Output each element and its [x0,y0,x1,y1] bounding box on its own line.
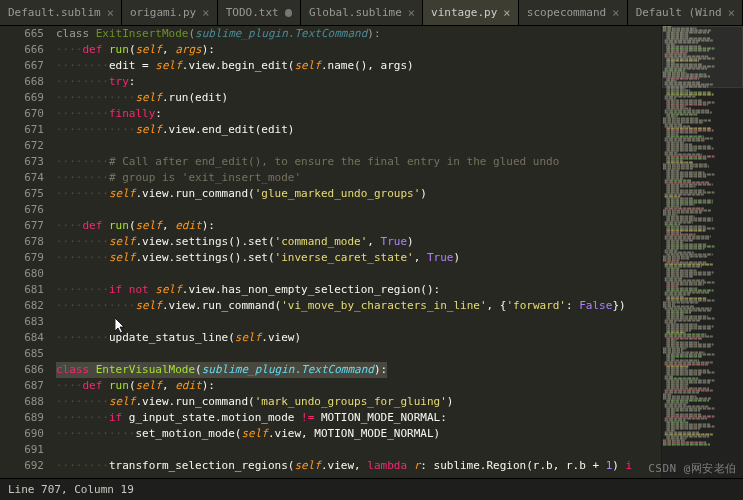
line-number: 679 [0,250,44,266]
tab-6[interactable]: Default (Wind× [628,0,743,25]
whitespace-indicator: ········ [56,235,109,248]
tab-3[interactable]: Global.sublime× [301,0,423,25]
tab-4[interactable]: vintage.py× [423,0,519,25]
line-number: 673 [0,154,44,170]
line-number: 668 [0,74,44,90]
code-line [56,346,661,362]
tab-label: TODO.txt [226,6,279,19]
whitespace-indicator: ···· [56,43,83,56]
tab-bar: Default.sublim×origami.py×TODO.txtGlobal… [0,0,743,26]
code-line [56,202,661,218]
status-bar: Line 707, Column 19 [0,478,743,500]
close-icon[interactable]: × [503,6,510,20]
whitespace-indicator: ········ [56,331,109,344]
code-line: ········edit = self.view.begin_edit(self… [56,58,661,74]
minimap[interactable]: ████ ████ ████ ████ ████ ████ ████ ████ … [661,26,743,478]
close-icon[interactable]: × [107,6,114,20]
close-icon[interactable]: × [408,6,415,20]
code-line: ············set_motion_mode(self.view, M… [56,426,661,442]
line-number: 672 [0,138,44,154]
code-line [56,266,661,282]
whitespace-indicator: ········ [56,283,109,296]
whitespace-indicator: ···· [56,379,83,392]
code-line: ········self.view.settings().set('comman… [56,234,661,250]
line-number: 671 [0,122,44,138]
line-number: 674 [0,170,44,186]
tab-label: Global.sublime [309,6,402,19]
code-line: ········self.view.settings().set('invers… [56,250,661,266]
code-line: ········if g_input_state.motion_mode != … [56,410,661,426]
code-line: ········try: [56,74,661,90]
line-number: 676 [0,202,44,218]
line-number: 689 [0,410,44,426]
code-line: ········# group is 'exit_insert_mode' [56,170,661,186]
line-number: 688 [0,394,44,410]
whitespace-indicator: ···· [56,219,83,232]
tab-2[interactable]: TODO.txt [218,0,301,25]
whitespace-indicator: ············ [56,91,135,104]
tab-label: origami.py [130,6,196,19]
code-line: ····def run(self, args): [56,42,661,58]
whitespace-indicator: ········ [56,411,109,424]
whitespace-indicator: ········ [56,459,109,472]
line-number: 685 [0,346,44,362]
line-number: 665 [0,26,44,42]
line-gutter: 6656666676686696706716726736746756766776… [0,26,54,478]
tab-0[interactable]: Default.sublim× [0,0,122,25]
code-line: class ExitInsertMode(sublime_plugin.Text… [56,26,661,42]
whitespace-indicator: ········ [56,187,109,200]
tab-label: scopecommand [527,6,606,19]
code-view[interactable]: class ExitInsertMode(sublime_plugin.Text… [54,26,661,478]
code-line: ········if not self.view.has_non_empty_s… [56,282,661,298]
line-number: 675 [0,186,44,202]
close-icon[interactable]: × [202,6,209,20]
line-number: 692 [0,458,44,474]
whitespace-indicator: ············ [56,299,135,312]
whitespace-indicator: ········ [56,155,109,168]
tab-5[interactable]: scopecommand× [519,0,628,25]
whitespace-indicator: ········ [56,75,109,88]
code-line: ········self.view.run_command('mark_undo… [56,394,661,410]
line-number: 686 [0,362,44,378]
line-number: 691 [0,442,44,458]
status-cursor-position: Line 707, Column 19 [8,483,134,496]
whitespace-indicator: ········ [56,395,109,408]
line-number: 682 [0,298,44,314]
code-line [56,138,661,154]
line-number: 670 [0,106,44,122]
code-line [56,442,661,458]
code-line: ········# Call after end_edit(), to ensu… [56,154,661,170]
whitespace-indicator: ········ [56,171,109,184]
line-number: 684 [0,330,44,346]
whitespace-indicator: ········ [56,251,109,264]
code-line: ········self.view.run_command('glue_mark… [56,186,661,202]
line-number: 681 [0,282,44,298]
whitespace-indicator: ········ [56,107,109,120]
code-line: ········finally: [56,106,661,122]
code-line: ············self.view.run_command('vi_mo… [56,298,661,314]
editor-area: 6656666676686696706716726736746756766776… [0,26,743,478]
whitespace-indicator: ············ [56,427,135,440]
line-number: 677 [0,218,44,234]
tab-label: Default (Wind [636,6,722,19]
code-line: ············self.run(edit) [56,90,661,106]
close-icon[interactable]: × [728,6,735,20]
tab-label: Default.sublim [8,6,101,19]
tab-1[interactable]: origami.py× [122,0,218,25]
dirty-indicator-icon [285,9,292,17]
close-icon[interactable]: × [612,6,619,20]
code-line: ····def run(self, edit): [56,218,661,234]
whitespace-indicator: ············ [56,123,135,136]
line-number: 678 [0,234,44,250]
whitespace-indicator: ········ [56,59,109,72]
code-line: ····def run(self, edit): [56,378,661,394]
line-number: 690 [0,426,44,442]
tab-label: vintage.py [431,6,497,19]
code-line: ········transform_selection_regions(self… [56,458,661,474]
line-number: 667 [0,58,44,74]
line-number: 687 [0,378,44,394]
code-line: class EnterVisualMode(sublime_plugin.Tex… [56,362,387,378]
code-line [56,314,661,330]
code-line: ············self.view.end_edit(edit) [56,122,661,138]
minimap-viewport[interactable] [662,26,743,88]
